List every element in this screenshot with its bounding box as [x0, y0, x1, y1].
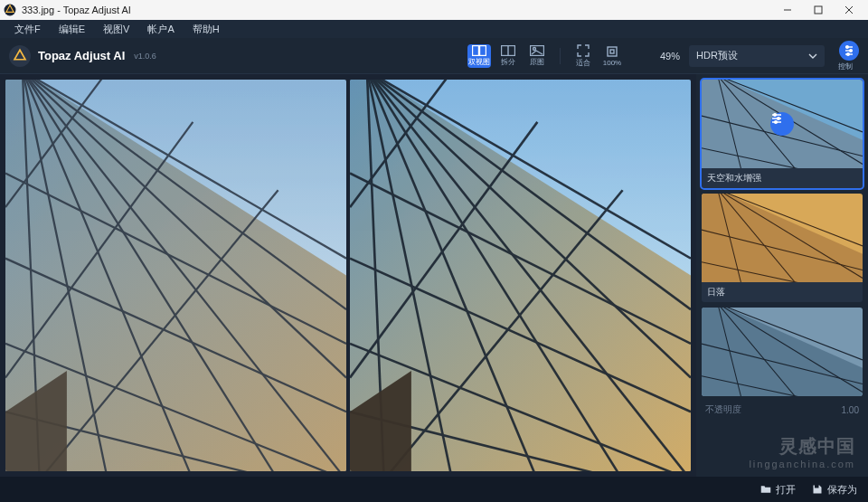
- menubar: 文件F 编辑E 视图V 帐户A 帮助H: [0, 20, 868, 38]
- preset-card-3[interactable]: [702, 308, 863, 396]
- chevron-down-icon: [808, 53, 817, 59]
- view-original-button[interactable]: 原图: [525, 44, 549, 68]
- view-mode-group: 双视图 拆分 原图 适合 100%: [467, 44, 624, 68]
- svg-rect-6: [479, 45, 486, 55]
- opacity-row: 不透明度 1.00: [702, 402, 863, 418]
- svg-point-18: [847, 52, 850, 55]
- save-as-button[interactable]: 保存为: [812, 483, 857, 497]
- svg-point-10: [533, 47, 535, 50]
- svg-rect-12: [610, 50, 614, 53]
- view-split-label: 拆分: [501, 57, 515, 67]
- svg-point-66: [774, 114, 777, 117]
- opacity-label: 不透明度: [705, 403, 741, 416]
- svg-rect-11: [608, 47, 617, 56]
- main-area: 天空和水增强 日落 不透明度 1.00: [0, 74, 868, 477]
- close-button[interactable]: [834, 0, 864, 20]
- view-split-button[interactable]: 拆分: [496, 44, 520, 68]
- maximize-button[interactable]: [803, 0, 834, 20]
- viewer: [0, 74, 696, 477]
- menu-file[interactable]: 文件F: [5, 21, 50, 38]
- zoom-percent: 49%: [660, 51, 680, 62]
- svg-point-16: [846, 45, 849, 48]
- control-label: 控制: [838, 62, 853, 71]
- menu-help[interactable]: 帮助H: [184, 21, 229, 38]
- opacity-value: 1.00: [842, 405, 859, 415]
- svg-point-17: [850, 49, 853, 52]
- preset-label: 日落: [702, 282, 863, 302]
- view-original-label: 原图: [530, 57, 544, 67]
- app-icon: [4, 4, 16, 16]
- minimize-button[interactable]: [772, 0, 803, 20]
- preset-dropdown[interactable]: HDR预设: [689, 45, 825, 67]
- preset-dropdown-label: HDR预设: [696, 49, 738, 62]
- preset-label: 天空和水增强: [702, 168, 863, 188]
- fit-button[interactable]: 适合: [571, 44, 595, 68]
- preset-card-sunset[interactable]: 日落: [702, 194, 863, 302]
- sliders-icon: [844, 45, 854, 56]
- view-dual-button[interactable]: 双视图: [467, 44, 491, 68]
- menu-edit[interactable]: 编辑E: [50, 21, 94, 38]
- save-icon: [812, 484, 823, 495]
- brand: Topaz Adjust AI v1.0.6: [9, 45, 156, 67]
- menu-account[interactable]: 帐户A: [138, 21, 183, 38]
- svg-rect-2: [815, 6, 822, 14]
- after-pane[interactable]: [350, 80, 691, 471]
- folder-icon: [760, 484, 771, 495]
- preset-card-sky-water[interactable]: 天空和水增强: [702, 80, 863, 188]
- before-pane[interactable]: [5, 80, 346, 471]
- toolbar: Topaz Adjust AI v1.0.6 双视图 拆分 原图 适合 100%…: [0, 38, 868, 74]
- save-as-label: 保存为: [827, 483, 857, 497]
- zoom-100-label: 100%: [603, 59, 621, 67]
- control-panel-button[interactable]: [839, 41, 859, 61]
- brand-version: v1.0.6: [134, 52, 156, 61]
- svg-point-67: [778, 118, 780, 120]
- window-title: 333.jpg - Topaz Adjust AI: [22, 5, 772, 15]
- svg-rect-5: [472, 45, 478, 55]
- zoom-100-button[interactable]: 100%: [600, 44, 624, 68]
- footer: 打开 保存为: [0, 477, 868, 502]
- open-button[interactable]: 打开: [760, 483, 796, 497]
- brand-name: Topaz Adjust AI: [38, 49, 125, 62]
- fit-label: 适合: [576, 58, 590, 68]
- view-dual-label: 双视图: [468, 57, 490, 67]
- preset-panel: 天空和水增强 日落 不透明度 1.00: [696, 74, 868, 477]
- brand-logo-icon: [9, 45, 31, 67]
- titlebar: 333.jpg - Topaz Adjust AI: [0, 0, 868, 20]
- menu-view[interactable]: 视图V: [94, 21, 138, 38]
- preset-active-icon: [770, 112, 794, 136]
- separator: [560, 48, 561, 64]
- open-label: 打开: [776, 483, 796, 497]
- svg-point-68: [775, 121, 778, 124]
